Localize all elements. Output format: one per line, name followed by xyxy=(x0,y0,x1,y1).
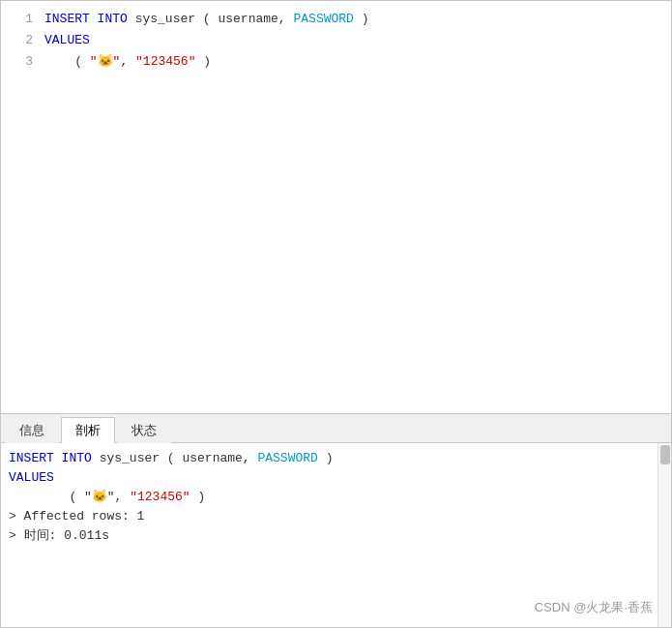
code-line: 3 ( "🐱", "123456" ) xyxy=(1,51,671,73)
tab-状态[interactable]: 状态 xyxy=(117,417,171,443)
watermark: CSDN @火龙果·香蕉 xyxy=(535,599,653,616)
output-line: > 时间: 0.011s xyxy=(9,526,663,546)
code-line: 1INSERT INTO sys_user ( username, PASSWO… xyxy=(1,9,671,30)
tab-剖析[interactable]: 剖析 xyxy=(61,417,115,443)
main-container: 1INSERT INTO sys_user ( username, PASSWO… xyxy=(0,0,672,628)
scrollbar[interactable] xyxy=(657,443,671,627)
code-editor[interactable]: 1INSERT INTO sys_user ( username, PASSWO… xyxy=(1,1,671,414)
tabs-bar: 信息剖析状态 xyxy=(1,414,671,443)
code-lines: 1INSERT INTO sys_user ( username, PASSWO… xyxy=(1,9,671,73)
output-line: INSERT INTO sys_user ( username, PASSWOR… xyxy=(9,449,663,468)
code-line: 2VALUES xyxy=(1,30,671,51)
tab-信息[interactable]: 信息 xyxy=(5,417,59,443)
scrollbar-thumb xyxy=(660,445,670,464)
line-number: 2 xyxy=(1,30,44,51)
line-content: ( "🐱", "123456" ) xyxy=(44,51,671,73)
line-number: 3 xyxy=(1,51,44,73)
output-line: > Affected rows: 1 xyxy=(9,507,663,526)
line-content: INSERT INTO sys_user ( username, PASSWOR… xyxy=(44,9,671,30)
line-number: 1 xyxy=(1,9,44,30)
output-line: VALUES xyxy=(9,468,663,488)
line-content: VALUES xyxy=(44,30,671,51)
output-line: ( "🐱", "123456" ) xyxy=(9,488,663,507)
bottom-panel: 信息剖析状态 INSERT INTO sys_user ( username, … xyxy=(1,414,671,627)
